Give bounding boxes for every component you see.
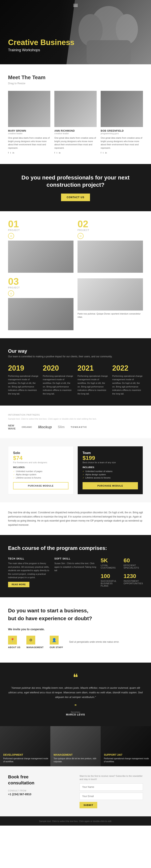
instagram-icon[interactable]: in [12,152,14,154]
person-icon: 👤 [52,638,56,642]
social-icons-2: f t in [54,152,97,154]
want-icons-row: 📍 ABOUT US ⚙ MANAGEMENT 👤 OUR STAFF Sed … [8,636,143,649]
testimonial-text: "Aenean pulvinar dui eros, fringilla lor… [8,685,143,700]
team-role-1: creative leader [8,132,50,135]
team-desc-2: One great idea starts from creative area… [54,136,97,150]
menu-bar[interactable] [73,4,78,7]
about-us-icon-box[interactable]: 📍 [8,636,17,645]
team-title: Meet The Team [8,74,143,81]
project-label-2: PROJECT [77,229,143,231]
book-phone[interactable]: +1 (234) 567-8910 [8,793,72,796]
course-section: Each course of the program comprises: TE… [0,535,151,597]
facebook-icon[interactable]: f [8,152,9,154]
facebook-icon-2[interactable]: f [54,152,55,154]
newsletter-submit-button[interactable]: SUBMIT [79,802,97,808]
tech-skill-text: The main idea of the program is theory a… [8,562,50,580]
footer-bar: Sample text. Click to select the text bo… [0,816,151,826]
stat-specialists: 60 EFFICIENT SPECIALISTS [124,557,143,569]
gear-icon: ⚙ [29,638,32,642]
promo-section: Day real-time all-day asset. Considered … [0,502,151,535]
partner-logo-2: ORGANIC [22,426,32,428]
twitter-icon-2[interactable]: t [56,152,57,154]
team-card-1: MARY BROWN creative leader One great ide… [8,91,50,154]
pricing-feature-solo-3: Lifetime access to forums [13,476,69,479]
ourway-desc: Our team is committed to making a positi… [8,355,143,358]
project-number-1: 01 [8,219,74,229]
testimonial-name: MARCO LEVIS [8,713,143,716]
timeline-item-2: 2020 Performing operational change manag… [43,364,74,396]
project-image-2 [77,241,143,273]
cta-title: Do you need professionals for your next … [8,174,143,189]
soft-skill-title: SOFT SKILL [54,557,97,560]
course-title: Each course of the program comprises: [8,545,143,551]
newsletter-form: SUBMIT [79,783,143,808]
projects-grid: 01 PROJECT ◎ 02 PROJECT ◎ 03 PROJECT ◎ P… [8,219,143,330]
timeline-item-4: 2022 Performing operational change manag… [112,364,143,396]
pricing-feature-solo-2: Alpha design system [13,473,69,476]
svg-point-2 [116,14,138,44]
stat-number-plans: 100 [101,573,120,580]
footer-text: Sample text. Click to select the text bo… [39,820,112,823]
ourway-section: Our way Our team is committed to making … [0,338,151,406]
team-name-1: MARY BROWN [8,129,50,132]
hero-subtitle: Training Workshops [8,48,75,52]
stat-number-investments: 1230 [124,573,143,580]
tech-skill-title: TECH SKILL [8,557,50,560]
book-from-label: Consult from [8,789,72,792]
pricing-for-team: Best choice for a team of any size [82,461,138,464]
management-icon-box[interactable]: ⚙ [26,636,35,645]
testimonial-section: ❝ "Aenean pulvinar dui eros, fringilla l… [0,662,151,726]
pricing-price-team: $199 [82,455,138,461]
instagram-icon-3[interactable]: in [105,152,107,154]
partners-logos: NEWWAVE ORGANIC Mockup Slim TONKASTIC [8,424,143,430]
team-grid: MARY BROWN creative leader One great ide… [8,91,143,154]
project-number-2: 02 [77,219,143,229]
project-image-1 [8,241,74,273]
hero-content: Creative Business Training Workshops [8,38,75,52]
bottom-cards: DEVELOPMENT Performed operational change… [0,726,151,766]
newsletter-name-input[interactable] [79,783,143,790]
support-card-title: SUPPORT 24/7 [104,753,151,756]
read-more-button[interactable]: READ MORE [8,582,29,587]
social-icons-1: f t in [8,152,50,154]
newsletter-email-input[interactable] [79,793,143,800]
pricing-card-team: Team $199 Best choice for a team of any … [77,446,143,494]
our-staff-icon-box[interactable]: 👤 [50,636,58,645]
mgmt-card-text: Tore quisque ultrice dhi tet leo tem pre… [54,757,101,763]
project-icon-1[interactable]: ◎ [8,233,14,239]
social-icons-3: f t in [101,152,143,154]
book-subtitle: consultation [8,780,72,785]
stat-label-plans: SUCCESSFUL BUSINESS PLANS [101,580,120,587]
timeline-item-3: 2021 Performing operational change manag… [77,364,108,396]
stat-plans: 100 SUCCESSFUL BUSINESS PLANS [101,573,120,587]
ourway-title: Our way [8,348,143,354]
purchase-solo-button[interactable]: Purchase Module [13,482,69,489]
twitter-icon[interactable]: t [10,152,11,154]
team-photo-1 [8,91,50,127]
newsletter-label: Want to be the first to receive news? Su… [79,774,143,781]
want-subtitle: but do have experience or doubt? [8,615,143,622]
book-title: Book free [8,774,72,780]
timeline-text-4: Performing operational change management… [112,374,143,396]
dev-card-content: DEVELOPMENT Performed operational change… [3,753,50,763]
want-invite: We invite you to cooperate. [8,628,143,631]
bottom-card-support: SUPPORT 24/7 Performed operational chang… [101,726,151,766]
project-icon-3[interactable]: ◎ [8,290,14,297]
bottom-card-development: DEVELOPMENT Performed operational change… [0,726,50,766]
partners-label: INFORMATION PARTNERS [8,413,143,416]
partners-section: INFORMATION PARTNERS Sample text. Click … [0,406,151,438]
want-desc: Sed ut perspiciatis unde omnis iste natu… [69,640,143,644]
quote-open-icon: ❝ [8,673,143,682]
twitter-icon-3[interactable]: t [103,152,103,154]
purchase-team-button[interactable]: Purchase Module [82,482,138,489]
facebook-icon-3[interactable]: f [101,152,101,154]
instagram-icon-2[interactable]: in [59,152,60,154]
team-subtitle: Drag to Resize [8,82,143,85]
our-staff-label: OUR STAFF [50,646,63,649]
contact-us-button[interactable]: CONTACT US [61,193,90,201]
testimonial-role: Secretary [8,711,143,713]
timeline-year-3: 2021 [77,364,108,372]
stat-investments: 1230 INVESTMENT OPPORTUNITIES [124,573,143,587]
project-icon-2[interactable]: ◎ [77,233,83,239]
project-item-2: 02 PROJECT ◎ [77,219,143,273]
